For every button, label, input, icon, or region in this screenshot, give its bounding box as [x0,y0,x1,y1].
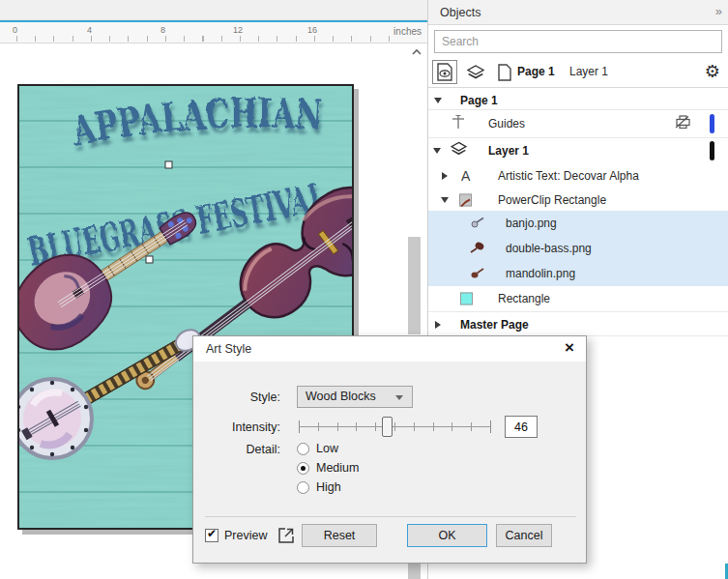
style-label: Style: [201,391,280,404]
dialog-divider [205,516,576,517]
chevron-down-icon [395,395,403,400]
tree-item-label: Guides [488,117,525,130]
expand-icon[interactable] [442,172,448,180]
radio-label: High [316,480,341,494]
radio-selected-icon[interactable] [297,462,309,475]
tree-item-artistic-text[interactable]: A Artistic Text: Decovar Alpha [428,163,728,188]
intensity-value-field[interactable] [505,416,538,438]
ok-button[interactable]: OK [407,524,487,547]
cancel-button[interactable]: Cancel [496,524,552,547]
ruler-label: 4 [87,25,92,35]
docker-header: Objects » [428,0,728,25]
tree-item-label: double-bass.png [506,242,592,255]
tree-item-label: PowerClip Rectangle [498,193,606,207]
double-bass-thumbnail-icon [470,240,484,257]
collapse-icon[interactable] [434,98,442,103]
ruler-label: 0 [13,25,17,35]
ruler-tick-marks [16,36,393,42]
tree-item-label: banjo.png [506,217,557,230]
search-input[interactable] [434,30,722,53]
horizontal-ruler: 0 4 8 12 16 inches [0,22,427,43]
check-icon: ✔ [207,527,217,540]
radio-label: Low [316,442,338,455]
tree-item-page-1[interactable]: Page 1 [428,91,728,109]
guides-icon [451,114,466,133]
printer-icon[interactable] [675,114,691,132]
intensity-slider[interactable] [299,416,491,438]
tree-item-banjo-png[interactable]: banjo.png [428,211,728,236]
slider-handle[interactable] [382,417,393,437]
layer-color-pill[interactable] [710,141,714,160]
tree-item-rectangle[interactable]: Rectangle [428,287,728,310]
reset-button[interactable]: Reset [302,524,377,547]
dialog-title: Art Style [206,342,251,356]
ruler-unit-label: inches [393,26,422,37]
current-page-label[interactable]: Page 1 [517,65,555,78]
tree-item-layer-1[interactable]: Layer 1 [428,138,728,162]
radio-icon[interactable] [297,443,309,455]
tree-divider [428,311,728,312]
gear-icon[interactable]: ⚙ [705,61,720,82]
layer-icon [451,141,467,159]
preview-checkbox[interactable]: ✔ [205,529,218,542]
preview-label: Preview [224,529,267,542]
docker-title: Objects [440,6,480,19]
intensity-label: Intensity: [201,420,280,434]
style-dropdown[interactable]: Wood Blocks [297,386,413,408]
tree-item-powerclip[interactable]: PowerClip Rectangle [428,188,728,212]
tree-item-double-bass-png[interactable]: double-bass.png [428,236,728,261]
dialog-titlebar[interactable]: Art Style × [193,336,586,362]
radio-icon[interactable] [297,481,309,494]
guides-color-pill[interactable] [710,114,714,133]
tree-item-master-page[interactable]: Master Page [428,313,728,335]
close-icon[interactable]: × [565,338,574,358]
tree-item-label: Page 1 [460,94,498,107]
tree-item-label: Master Page [460,318,529,332]
artistic-text-icon: A [461,168,470,184]
flyout-icon[interactable]: » [715,4,720,18]
slider-track [299,426,491,427]
rectangle-thumbnail [460,293,473,305]
layers-icon[interactable] [463,60,488,84]
vertical-scrollbar-thumb[interactable] [408,237,421,334]
docker-toolbar: Page 1 Layer 1 ⚙ [428,56,728,88]
new-page-icon[interactable] [492,60,517,84]
tree-item-label: Artistic Text: Decovar Alpha [498,169,639,183]
radio-label: Medium [316,461,359,475]
selection-handle[interactable] [165,161,172,168]
tree-item-label: mandolin.png [506,267,575,280]
tree-item-mandolin-png[interactable]: mandolin.png [428,261,728,286]
banjo-thumbnail-icon [471,215,484,232]
style-dropdown-value: Wood Blocks [306,390,376,403]
scroll-up-icon[interactable] [410,44,423,56]
tree-item-label: Rectangle [498,292,550,305]
mandolin-thumbnail-icon [471,265,484,282]
current-layer-label[interactable]: Layer 1 [569,65,608,78]
collapse-icon[interactable] [441,197,449,203]
view-objects-icon[interactable] [432,60,457,84]
vertical-scrollbar-thumb-lower[interactable] [408,564,421,579]
tree-item-guides[interactable]: Guides [428,110,728,136]
powerclip-thumbnail [459,193,472,206]
art-style-dialog: Art Style × Style: Wood Blocks Intensity… [192,335,587,564]
ruler-label: 12 [233,25,243,35]
ruler-label: 8 [160,25,165,35]
ruler-label: 16 [307,25,317,35]
tree-item-label: Layer 1 [488,144,529,158]
expand-icon[interactable] [435,321,441,329]
selection-handle[interactable] [146,256,153,263]
detail-label: Detail: [201,443,280,456]
toolbar-strip [0,0,427,20]
popout-icon[interactable] [277,526,296,545]
objects-tree: Page 1 Guides Layer 1 [428,88,728,339]
collapse-icon[interactable] [433,148,441,154]
